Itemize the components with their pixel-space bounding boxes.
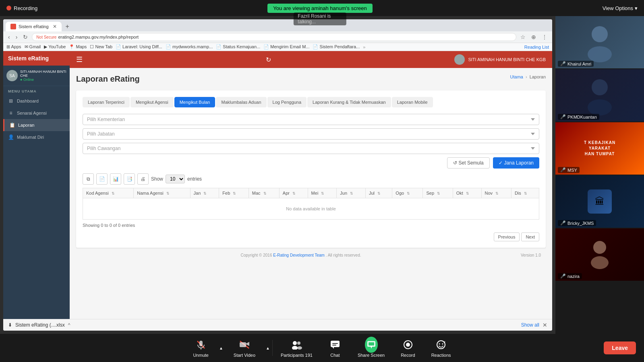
download-chevron[interactable]: ^ bbox=[68, 322, 70, 328]
hamburger-icon[interactable]: ☰ bbox=[76, 55, 83, 64]
tab-mengikut-agensi[interactable]: Mengikut Agensi bbox=[130, 97, 174, 107]
tab-laporan-terperinci[interactable]: Laporan Terperinci bbox=[83, 97, 130, 107]
bookmark-mydwworks[interactable]: 📄 mydwworks.mamp... bbox=[166, 44, 213, 49]
refresh-button[interactable]: ↻ bbox=[21, 33, 29, 41]
bookmark-apps[interactable]: ⊞ Apps bbox=[6, 44, 21, 49]
address-box[interactable]: Not Secure erating2.mampu.gov.my/index.p… bbox=[32, 33, 516, 41]
bookmark-sistem[interactable]: 📄 Sistem Pendaftara... bbox=[313, 44, 360, 49]
browser-window: Sistem eRating ✕ + ‹ › ↻ Not Secure erat… bbox=[3, 19, 552, 331]
excel-button[interactable]: 📊 bbox=[110, 173, 121, 185]
unmute-button[interactable]: Unmute bbox=[185, 335, 217, 361]
prev-page-button[interactable]: Previous bbox=[494, 232, 520, 241]
reading-list-button[interactable]: Reading List bbox=[524, 45, 549, 49]
col-ogo[interactable]: Ogo ⇅ bbox=[392, 188, 423, 198]
bookmark-status[interactable]: 📄 Status Kemajuan... bbox=[216, 44, 260, 49]
col-mac[interactable]: Mac ⇅ bbox=[248, 188, 279, 198]
header-username: SITI AMINAH HANUM BINTI CHE KGB bbox=[468, 57, 546, 62]
sidebar-item-dashboard[interactable]: ⊞ Dashboard bbox=[3, 95, 70, 107]
tab-laporan-mobile[interactable]: Laporan Mobile bbox=[392, 97, 433, 107]
reset-button[interactable]: ↺ Set Semula bbox=[447, 157, 490, 169]
svg-point-23 bbox=[406, 343, 410, 347]
more-bookmarks[interactable]: » bbox=[363, 45, 365, 49]
sidebar-item-laporan[interactable]: 📋 Laporan bbox=[3, 119, 70, 131]
sort-icon-dis: ⇅ bbox=[524, 191, 527, 195]
bookmark-gmail[interactable]: ✉ Gmail bbox=[25, 44, 41, 49]
leave-button[interactable]: Leave bbox=[604, 341, 636, 354]
sidebar-laporan-label: Laporan bbox=[18, 123, 34, 128]
col-okt[interactable]: Okt ⇅ bbox=[453, 188, 481, 198]
forward-button[interactable]: › bbox=[14, 33, 19, 41]
pdf-button[interactable]: 📑 bbox=[124, 173, 135, 185]
col-nama-agensi[interactable]: Nama Agensi ⇅ bbox=[134, 188, 190, 198]
no-data-cell: No data available in table bbox=[83, 198, 539, 220]
next-page-button[interactable]: Next bbox=[521, 232, 539, 241]
col-jul[interactable]: Jul ⇅ bbox=[365, 188, 392, 198]
record-button[interactable]: Record bbox=[393, 335, 423, 361]
download-filename: Sistem eRating (....xlsx bbox=[15, 322, 65, 328]
table-wrapper: Kod Agensi ⇅ Nama Agensi ⇅ Jan ⇅ Feb ⇅ M… bbox=[83, 188, 539, 220]
back-button[interactable]: ‹ bbox=[6, 33, 12, 41]
jabatan-select[interactable]: Pilih Jabatan bbox=[83, 128, 539, 140]
col-apr[interactable]: Apr ⇅ bbox=[279, 188, 308, 198]
mic-icon-1: 🎤 bbox=[560, 61, 566, 66]
bookmark-youtube[interactable]: ▶ YouTube bbox=[44, 44, 66, 49]
sidebar-item-senarai[interactable]: ≡ Senarai Agensi bbox=[3, 107, 70, 119]
unmute-caret[interactable]: ▲ bbox=[217, 344, 226, 352]
menu-header: MENU UTAMA bbox=[3, 86, 70, 95]
col-dis[interactable]: Dis ⇅ bbox=[511, 188, 539, 198]
tab-log-pengguna[interactable]: Log Pengguna bbox=[267, 97, 307, 107]
extension-button[interactable]: ⊕ bbox=[530, 33, 538, 41]
participant-name-nazira: 🎤 nazira bbox=[558, 273, 582, 279]
bookmark-maps[interactable]: 📍 Maps bbox=[69, 44, 87, 49]
share-screen-button[interactable]: Share Screen bbox=[350, 335, 393, 361]
screen-area: Sistem eRating ✕ + ‹ › ↻ Not Secure erat… bbox=[0, 16, 555, 334]
close-download-button[interactable]: ✕ bbox=[543, 322, 547, 328]
chat-button[interactable]: Chat bbox=[321, 335, 350, 361]
copy-button[interactable]: ⧉ bbox=[83, 173, 94, 185]
video-caret[interactable]: ▲ bbox=[263, 344, 272, 352]
breadcrumb-home[interactable]: Utama bbox=[510, 74, 523, 79]
col-sep[interactable]: Sep ⇅ bbox=[423, 188, 453, 198]
tab-title: Sistem eRating bbox=[19, 24, 49, 29]
tab-laporan-kurang[interactable]: Laporan Kurang & Tidak Memuaskan bbox=[307, 97, 391, 107]
active-browser-tab[interactable]: Sistem eRating ✕ bbox=[6, 22, 62, 31]
sidebar-item-maklumat[interactable]: 👤 Maklumat Diri bbox=[3, 131, 70, 143]
new-tab-button[interactable]: + bbox=[63, 22, 72, 31]
unmute-label: Unmute bbox=[193, 353, 209, 358]
svg-point-1 bbox=[588, 46, 612, 62]
generate-button[interactable]: ✓ Jana Laporan bbox=[493, 157, 539, 169]
col-jun[interactable]: Jun ⇅ bbox=[337, 188, 366, 198]
csv-button[interactable]: 📄 bbox=[96, 173, 108, 185]
print-button[interactable]: 🖨 bbox=[137, 173, 149, 185]
reactions-button[interactable]: Reactions bbox=[423, 335, 459, 361]
footer-link[interactable]: E-Rating Development Team bbox=[273, 253, 325, 257]
kementerian-select[interactable]: Pilih Kementerian bbox=[83, 114, 539, 125]
bookmark-laravel[interactable]: 📄 Laravel: Using Diff... bbox=[116, 44, 162, 49]
entries-select[interactable]: 10 bbox=[166, 175, 185, 183]
menu-button[interactable]: ⋮ bbox=[540, 33, 549, 41]
view-options-button[interactable]: View Options ▾ bbox=[603, 5, 638, 11]
cawangan-select[interactable]: Pilih Cawangan bbox=[83, 143, 539, 154]
bookmark-button[interactable]: ☆ bbox=[519, 33, 527, 41]
bookmark-newtab[interactable]: ☐ New Tab bbox=[90, 44, 112, 49]
username: SITI AMINAH HANUM BINTI CHE bbox=[20, 70, 66, 78]
col-mei[interactable]: Mei ⇅ bbox=[308, 188, 337, 198]
download-icon: ⬇ bbox=[8, 322, 12, 328]
tab-mengikut-bulan[interactable]: Mengikut Bulan bbox=[174, 97, 215, 107]
participants-button[interactable]: Participants 191 bbox=[273, 335, 321, 361]
video-button[interactable]: Start Video bbox=[226, 335, 263, 361]
svg-rect-18 bbox=[332, 345, 336, 346]
report-tabs: Laporan Terperinci Mengikut Agensi Mengi… bbox=[83, 97, 539, 107]
talking-banner: Fazril Rosani is talking... bbox=[294, 12, 346, 25]
participant-name-pkmd: 🎤 PKMDKuantan bbox=[558, 114, 599, 120]
col-kod-agensi[interactable]: Kod Agensi ⇅ bbox=[83, 188, 134, 198]
share-screen-icon bbox=[365, 338, 378, 351]
tab-close-button[interactable]: ✕ bbox=[53, 24, 57, 29]
tab-favicon bbox=[10, 24, 16, 29]
col-nov[interactable]: Nov ⇅ bbox=[481, 188, 511, 198]
col-feb[interactable]: Feb ⇅ bbox=[219, 188, 248, 198]
tab-maklumbalas[interactable]: Maklumbalas Aduan bbox=[216, 97, 266, 107]
show-all-button[interactable]: Show all bbox=[521, 322, 539, 328]
bookmark-email[interactable]: 📄 Mengirim Email M... bbox=[263, 44, 309, 49]
col-jan[interactable]: Jan ⇅ bbox=[190, 188, 219, 198]
